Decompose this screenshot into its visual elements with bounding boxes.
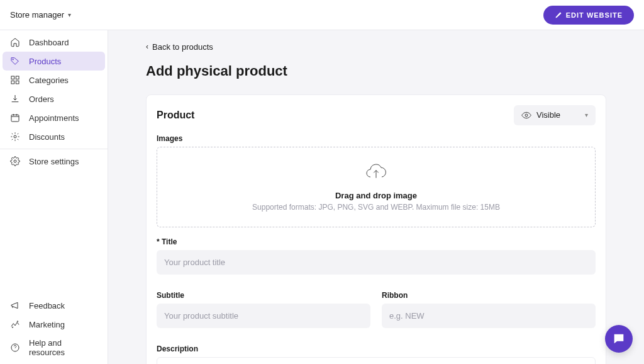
sidebar-item-label: Products [29, 57, 61, 66]
product-subtitle-input[interactable] [157, 304, 370, 328]
sidebar-item-appointments[interactable]: Appointments [3, 108, 105, 127]
chat-icon [612, 332, 626, 346]
ribbon-label: Ribbon [382, 291, 596, 300]
svg-rect-2 [16, 76, 19, 79]
sidebar-item-label: Store settings [29, 157, 79, 166]
sidebar-item-label: Appointments [29, 113, 79, 123]
grid-icon [10, 75, 20, 85]
home-icon [10, 37, 20, 47]
back-link-label: Back to products [152, 42, 213, 52]
svg-point-7 [14, 160, 16, 162]
sidebar-item-store-settings[interactable]: Store settings [3, 152, 105, 171]
visibility-value: Visible [536, 110, 560, 120]
svg-point-8 [17, 321, 18, 322]
sidebar-item-categories[interactable]: Categories [3, 71, 105, 89]
visibility-select[interactable]: Visible ▾ [514, 105, 596, 125]
product-card: Product Visible ▾ Images Drag and drop i… [146, 94, 606, 365]
help-icon [10, 343, 20, 353]
sidebar-item-products[interactable]: Products [3, 52, 105, 71]
sidebar: Dashboard Products Categories Orders App… [0, 30, 108, 364]
sidebar-item-orders[interactable]: Orders [3, 89, 105, 108]
sidebar-item-label: Help and resources [29, 338, 97, 357]
description-label: Description [157, 344, 596, 353]
sidebar-item-label: Feedback [29, 301, 65, 310]
sidebar-item-feedback[interactable]: Feedback [3, 296, 105, 315]
image-dropzone[interactable]: Drag and drop image Supported formats: J… [157, 147, 596, 227]
tag-icon [10, 56, 20, 66]
svg-rect-4 [16, 81, 19, 84]
sidebar-item-label: Marketing [29, 320, 65, 329]
svg-rect-1 [11, 76, 14, 79]
product-ribbon-input[interactable] [382, 304, 596, 328]
title-label: * Title [157, 237, 596, 246]
megaphone-icon [10, 300, 20, 310]
svg-point-9 [12, 327, 13, 327]
edit-website-button[interactable]: EDIT WEBSITE [543, 6, 634, 25]
chevron-down-icon: ▾ [585, 111, 588, 118]
sidebar-item-help[interactable]: Help and resources [3, 334, 105, 361]
svg-point-0 [13, 59, 14, 60]
store-switcher-label: Store manager [10, 10, 64, 20]
chevron-left-icon: ‹ [146, 42, 148, 51]
sidebar-item-dashboard[interactable]: Dashboard [3, 33, 105, 52]
sidebar-item-label: Dashboard [29, 38, 69, 47]
store-switcher[interactable]: Store manager ▾ [10, 10, 71, 20]
spark-icon [10, 319, 20, 329]
sidebar-item-label: Discounts [29, 132, 65, 142]
eye-icon [521, 110, 531, 120]
pencil-icon [555, 11, 562, 19]
calendar-icon [10, 113, 20, 123]
ai-writer-button[interactable]: AI Writer [162, 361, 216, 365]
edit-website-label: EDIT WEBSITE [566, 11, 623, 19]
main-content: ‹ Back to products Add physical product … [108, 30, 644, 364]
card-title: Product [157, 110, 194, 121]
page-title: Add physical product [146, 63, 606, 79]
download-icon [10, 94, 20, 104]
sidebar-item-label: Categories [29, 76, 69, 85]
cloud-upload-icon [365, 164, 387, 183]
images-label: Images [157, 134, 596, 143]
dropzone-subtitle: Supported formats: JPG, PNG, SVG and WEB… [164, 203, 589, 212]
svg-point-11 [525, 114, 528, 117]
svg-point-6 [14, 135, 16, 138]
subtitle-label: Subtitle [157, 291, 370, 300]
dropzone-title: Drag and drop image [164, 191, 589, 200]
sidebar-item-discounts[interactable]: Discounts [3, 127, 105, 146]
sidebar-item-label: Orders [29, 94, 54, 104]
chevron-down-icon: ▾ [68, 11, 71, 18]
sidebar-item-marketing[interactable]: Marketing [3, 315, 105, 334]
gear-icon [10, 156, 20, 166]
rich-text-toolbar: AI Writer H2 H3 B I A [157, 357, 596, 365]
chat-help-fab[interactable] [605, 325, 633, 353]
back-to-products-link[interactable]: ‹ Back to products [146, 42, 213, 52]
svg-rect-3 [11, 81, 14, 84]
gear-icon [10, 132, 20, 142]
divider [0, 149, 108, 149]
product-title-input[interactable] [157, 250, 596, 275]
svg-rect-5 [11, 115, 19, 122]
